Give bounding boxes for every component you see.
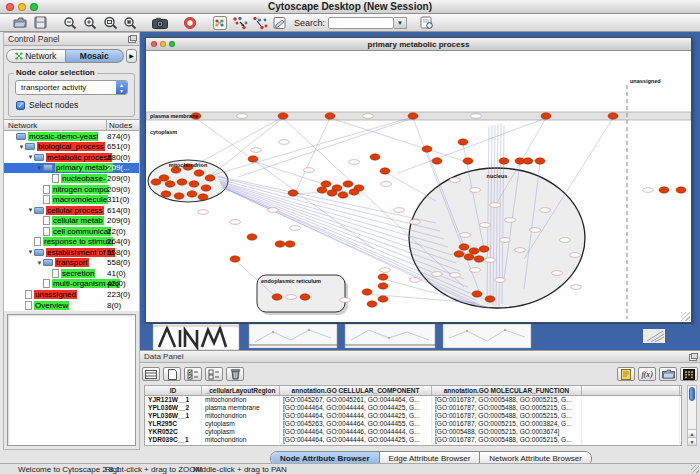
graph-node-label[interactable] <box>471 114 482 119</box>
graph-node[interactable] <box>275 241 285 247</box>
column-header[interactable]: _cellularLayoutRegion <box>202 386 280 395</box>
graph-node[interactable] <box>472 291 482 297</box>
graph-node[interactable] <box>278 113 288 119</box>
graph-node-label[interactable] <box>540 208 551 213</box>
graph-node-label[interactable] <box>460 233 471 238</box>
scroll-down-icon[interactable]: ▼ <box>688 437 696 445</box>
tree-row[interactable]: ▼metabolic process280(0) <box>4 152 139 163</box>
close-icon[interactable] <box>151 41 157 47</box>
graph-node[interactable] <box>499 158 509 164</box>
import-attributes-button[interactable] <box>659 367 677 381</box>
merge-networks-button[interactable] <box>230 15 250 31</box>
graph-node-label[interactable] <box>500 238 511 243</box>
tree-row[interactable]: ▼establishment of lo558(0) <box>4 247 139 258</box>
graph-node-label[interactable] <box>450 273 461 278</box>
graph-node[interactable] <box>230 256 240 262</box>
select-attributes-button[interactable] <box>184 367 202 381</box>
merge-networks-alt-button[interactable] <box>250 15 270 31</box>
select-nodes-checkbox[interactable]: ✓ <box>16 101 25 110</box>
unselect-attributes-button[interactable] <box>205 367 223 381</box>
graph-node[interactable] <box>454 251 464 257</box>
search-input[interactable] <box>328 17 394 29</box>
graph-node[interactable] <box>187 191 197 197</box>
graph-node[interactable] <box>422 146 432 152</box>
column-header[interactable]: annotation.GO MOLECULAR_FUNCTION <box>432 386 582 395</box>
function-builder-button[interactable]: f(x) <box>638 367 656 381</box>
tree-row[interactable]: nitrogen compo209(0) <box>4 184 139 195</box>
graph-node[interactable] <box>285 241 295 247</box>
search-dropdown-button[interactable]: ▼ <box>394 17 407 29</box>
graph-node[interactable] <box>177 179 187 185</box>
expand-arrow-icon[interactable]: ▼ <box>27 207 34 213</box>
tree-row[interactable]: cell communicat22(0) <box>4 226 139 237</box>
scroll-up-icon[interactable]: ▲ <box>688 429 696 437</box>
more-tabs-button[interactable]: ▶ <box>126 49 137 63</box>
graph-node-label[interactable] <box>381 182 392 187</box>
graph-node[interactable] <box>367 301 377 307</box>
graph-node[interactable] <box>198 194 208 200</box>
graph-node[interactable] <box>161 191 171 197</box>
save-session-button[interactable] <box>30 15 50 31</box>
network-canvas[interactable]: plasma membrane cytoplasm mitochondrion … <box>146 51 691 322</box>
graph-node[interactable] <box>362 289 372 295</box>
table-row[interactable]: YKR052Ccytoplasm[GO:0044464, GO:0044446,… <box>145 428 681 436</box>
graph-node-label[interactable] <box>268 208 279 213</box>
app-resize-grip[interactable] <box>691 465 699 473</box>
graph-node-label[interactable] <box>304 168 315 173</box>
table-row[interactable]: YLR295Ccytoplasm[GO:0045263, GO:0044464,… <box>145 420 681 428</box>
graph-node[interactable] <box>248 156 258 162</box>
nodes-column-header[interactable]: Nodes <box>106 120 139 130</box>
tree-row[interactable]: ▼primary metabo209(... <box>4 163 139 174</box>
graph-node[interactable] <box>378 283 388 289</box>
attribute-batch-button[interactable] <box>142 367 160 381</box>
tab-network[interactable]: Network <box>6 49 66 63</box>
scrollbar-thumb[interactable] <box>689 387 695 401</box>
zoom-selected-button[interactable] <box>100 15 120 31</box>
graph-node-label[interactable] <box>410 278 421 283</box>
window-resize-grip[interactable] <box>681 312 690 321</box>
table-scrollbar[interactable]: ▲ ▼ <box>687 385 697 446</box>
zoom-fit-button[interactable] <box>120 15 140 31</box>
expand-arrow-icon[interactable]: ▼ <box>18 144 25 150</box>
graph-node[interactable] <box>479 246 489 252</box>
matrix-button[interactable] <box>680 367 698 381</box>
close-button[interactable] <box>6 3 14 11</box>
table-row[interactable]: YPL036W__1mitochondrion[GO:0044464, GO:0… <box>145 412 681 420</box>
expand-arrow-icon[interactable]: ▼ <box>27 249 34 255</box>
graph-node-label[interactable] <box>450 178 461 183</box>
graph-node-label[interactable] <box>198 210 209 215</box>
graph-node[interactable] <box>523 158 533 164</box>
graph-node[interactable] <box>463 158 473 164</box>
graph-node-label[interactable] <box>410 220 421 225</box>
expand-arrow-icon[interactable]: ▼ <box>27 154 34 160</box>
graph-node-label[interactable] <box>530 228 541 233</box>
graph-node-label[interactable] <box>432 272 443 277</box>
graph-node[interactable] <box>189 181 199 187</box>
graph-node[interactable] <box>676 187 686 193</box>
graph-node-label[interactable] <box>470 188 481 193</box>
graph-node[interactable] <box>541 113 551 119</box>
graph-node[interactable] <box>338 192 348 198</box>
graph-node-label[interactable] <box>490 203 501 208</box>
tab-mosaic[interactable]: Mosaic <box>66 49 125 63</box>
graph-node[interactable] <box>378 296 388 302</box>
tree-row[interactable]: unassigned223(0) <box>4 289 139 300</box>
graph-node[interactable] <box>272 294 282 300</box>
maximize-button[interactable] <box>30 3 38 11</box>
graph-node-label[interactable] <box>505 218 516 223</box>
zoom-in-button[interactable] <box>80 15 100 31</box>
delete-attribute-button[interactable] <box>226 367 244 381</box>
tree-row[interactable]: ▼cellular process614(0) <box>4 205 139 216</box>
graph-node[interactable] <box>325 113 335 119</box>
graph-node[interactable] <box>459 244 469 250</box>
graph-node[interactable] <box>370 154 380 160</box>
graph-node[interactable] <box>288 190 298 196</box>
graph-node-label[interactable] <box>279 140 290 145</box>
graph-node[interactable] <box>321 181 331 187</box>
tree-row[interactable]: secretion41(0) <box>4 268 139 279</box>
minimize-icon[interactable] <box>160 41 166 47</box>
graph-node[interactable] <box>535 158 545 164</box>
graph-node-label[interactable] <box>571 285 582 290</box>
graph-node-label[interactable] <box>470 268 481 273</box>
graph-node[interactable] <box>485 296 495 302</box>
